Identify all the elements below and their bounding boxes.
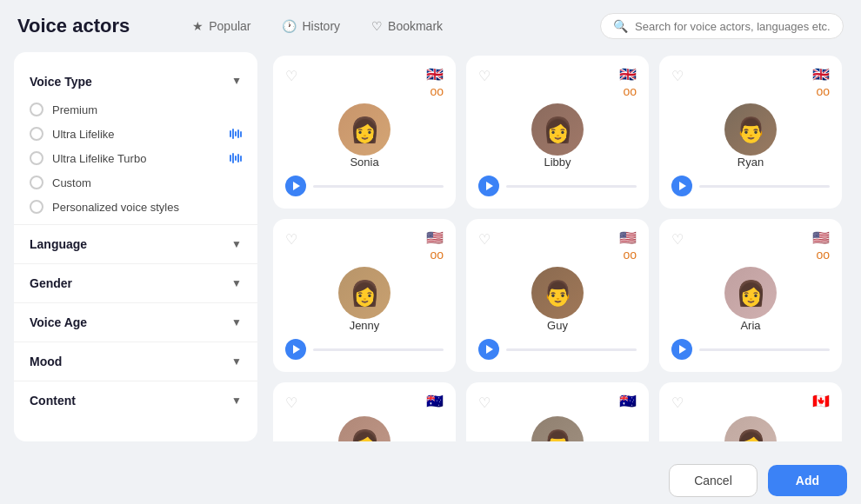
- play-button-guy[interactable]: [478, 339, 499, 360]
- progress-bar-libby: [506, 185, 637, 188]
- voice-name-libby: Libby: [544, 156, 571, 169]
- filter-voice-type: Voice Type ▲ Premium Ultra Lifelike: [14, 63, 257, 225]
- radio-premium: [30, 103, 43, 116]
- voice-card-libby: ♡ 🇬🇧 oo 👩 Libby: [466, 56, 649, 209]
- option-premium[interactable]: Premium: [30, 101, 242, 118]
- chevron-up-icon: ▲: [231, 76, 242, 88]
- option-custom[interactable]: Custom: [30, 174, 242, 191]
- flag-icon: 🇨🇦: [812, 395, 830, 408]
- option-ultra-turbo-label: Ultra Lifelike Turbo: [52, 152, 217, 165]
- voice-grid: ♡ 🇬🇧 oo 👩 Sonia ♡ 🇬🇧 oo 👩 Libby: [271, 52, 844, 441]
- heart-icon-libby[interactable]: ♡: [478, 68, 491, 84]
- flag-icon: 🇦🇺: [426, 395, 444, 408]
- filter-gender: Gender ▼: [14, 264, 257, 303]
- avatar-sonia: 👩: [338, 103, 390, 156]
- heart-icon-jenny[interactable]: ♡: [285, 231, 297, 248]
- app-title: Voice actors: [17, 15, 130, 37]
- flag-icon: 🇺🇸: [619, 231, 637, 245]
- voice-card-ryan: ♡ 🇬🇧 oo 👨 Ryan: [659, 56, 842, 209]
- flag-icon: 🇦🇺: [619, 395, 637, 408]
- add-button[interactable]: Add: [768, 465, 847, 496]
- filter-content: Content ▼: [14, 381, 257, 420]
- progress-bar-sonia: [313, 185, 444, 188]
- filter-voice-age: Voice Age ▼: [14, 303, 257, 342]
- chevron-down-mood-icon: ▼: [231, 355, 242, 368]
- play-button-jenny[interactable]: [285, 339, 306, 360]
- playback-row-aria: [671, 339, 830, 360]
- content-area: ♡ 🇬🇧 oo 👩 Sonia ♡ 🇬🇧 oo 👩 Libby: [271, 52, 847, 441]
- play-button-sonia[interactable]: [285, 176, 306, 196]
- waveform-turbo-icon: [230, 153, 242, 163]
- playback-row-ryan: [671, 176, 830, 196]
- tab-popular-label: Popular: [209, 19, 250, 33]
- tab-bookmark-label: Bookmark: [388, 19, 443, 33]
- card-flags: 🇺🇸 oo: [426, 231, 444, 262]
- voice-card-jenny: ♡ 🇺🇸 oo 👩 Jenny: [273, 219, 456, 372]
- heart-nav-icon: ♡: [371, 19, 383, 33]
- tab-popular[interactable]: ★ Popular: [185, 16, 257, 36]
- voice-name-aria: Aria: [740, 319, 760, 332]
- card-top: ♡ 🇬🇧 oo: [285, 68, 444, 98]
- clock-icon: 🕐: [282, 19, 297, 33]
- cancel-button[interactable]: Cancel: [669, 464, 758, 497]
- avatar-jenny: 👩: [338, 267, 390, 319]
- option-personalized-label: Personalized voice styles: [52, 201, 242, 214]
- heart-icon-aria[interactable]: ♡: [671, 231, 684, 248]
- heart-icon-ryan[interactable]: ♡: [671, 68, 684, 84]
- filter-content-header[interactable]: Content ▼: [30, 390, 242, 411]
- search-bar[interactable]: 🔍: [600, 13, 844, 39]
- card-flags: 🇦🇺: [426, 395, 444, 408]
- voice-type-options: Premium Ultra Lifelike Ultra Lifelike Tu…: [30, 101, 242, 216]
- chevron-down-content-icon: ▼: [231, 395, 242, 407]
- option-ultra-lifelike[interactable]: Ultra Lifelike: [30, 125, 242, 143]
- card-flags: 🇬🇧 oo: [812, 68, 830, 98]
- filter-voice-age-header[interactable]: Voice Age ▼: [30, 312, 242, 333]
- voice-name-guy: Guy: [547, 319, 568, 332]
- avatar-ryan: 👨: [724, 103, 777, 156]
- play-button-aria[interactable]: [671, 339, 692, 360]
- avatar-natasha: 👩: [338, 416, 390, 441]
- voice-card-aria: ♡ 🇺🇸 oo 👩 Aria: [659, 219, 842, 372]
- flag-icon: 🇬🇧: [812, 68, 830, 82]
- filter-language-header[interactable]: Language ▼: [30, 234, 242, 255]
- filter-voice-type-label: Voice Type: [30, 75, 92, 89]
- heart-icon-guy[interactable]: ♡: [478, 231, 491, 248]
- tab-bookmark[interactable]: ♡ Bookmark: [364, 16, 450, 36]
- action-bar: Cancel Add: [0, 455, 861, 504]
- option-personalized[interactable]: Personalized voice styles: [30, 198, 242, 216]
- playback-row-guy: [478, 339, 637, 360]
- clone-icon: oo: [623, 84, 637, 98]
- flag-icon: 🇺🇸: [426, 231, 444, 245]
- play-button-libby[interactable]: [478, 176, 499, 196]
- search-input[interactable]: [635, 20, 831, 33]
- tab-history-label: History: [302, 19, 340, 33]
- filter-mood-header[interactable]: Mood ▼: [30, 351, 242, 372]
- radio-ultra-turbo: [30, 151, 43, 165]
- sidebar: Voice Type ▲ Premium Ultra Lifelike: [14, 52, 257, 441]
- card-flags: 🇺🇸 oo: [812, 231, 830, 262]
- filter-gender-header[interactable]: Gender ▼: [30, 273, 242, 294]
- heart-icon-natasha[interactable]: ♡: [285, 395, 297, 411]
- play-button-ryan[interactable]: [671, 176, 692, 196]
- avatar-guy: 👨: [531, 267, 584, 319]
- main-layout: Voice Type ▲ Premium Ultra Lifelike: [0, 52, 861, 455]
- progress-bar-jenny: [313, 348, 444, 351]
- heart-icon-clara[interactable]: ♡: [671, 395, 684, 411]
- filter-mood-label: Mood: [30, 355, 62, 368]
- option-ultra-lifelike-turbo[interactable]: Ultra Lifelike Turbo: [30, 149, 242, 167]
- avatar-aria: 👩: [724, 267, 777, 319]
- card-flags: 🇺🇸 oo: [619, 231, 637, 262]
- waveform-icon: [230, 129, 242, 139]
- radio-custom: [30, 176, 43, 189]
- filter-voice-type-header[interactable]: Voice Type ▲: [30, 71, 242, 92]
- card-top: ♡ 🇬🇧 oo: [671, 68, 830, 98]
- card-top: ♡ 🇦🇺: [285, 395, 444, 411]
- voice-name-ryan: Ryan: [738, 156, 764, 169]
- heart-icon-sonia[interactable]: ♡: [285, 68, 297, 84]
- heart-icon-william[interactable]: ♡: [478, 395, 491, 411]
- card-top: ♡ 🇺🇸 oo: [285, 231, 444, 262]
- card-flags: 🇦🇺: [619, 395, 637, 408]
- radio-ultra-lifelike: [30, 127, 43, 141]
- tab-history[interactable]: 🕐 History: [275, 16, 347, 36]
- avatar-william: 👨: [531, 416, 584, 441]
